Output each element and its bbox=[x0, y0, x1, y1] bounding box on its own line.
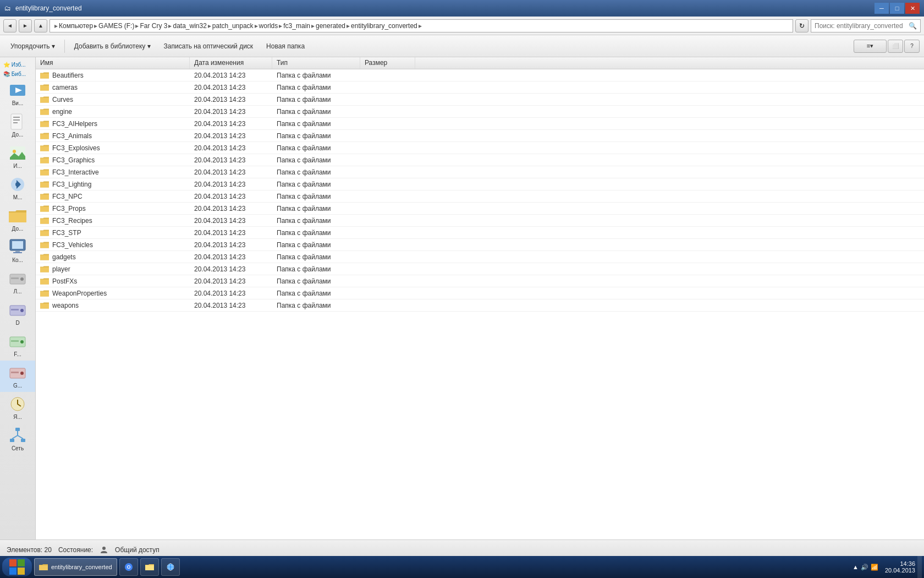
file-name: engine bbox=[52, 108, 72, 116]
path-worlds[interactable]: worlds bbox=[259, 22, 278, 30]
refresh-button[interactable]: ↻ bbox=[795, 19, 809, 32]
preview-pane-button[interactable]: ⬜ bbox=[888, 40, 903, 53]
table-row[interactable]: FC3_Interactive 20.04.2013 14:23 Папка с… bbox=[36, 166, 924, 178]
help-button[interactable]: ? bbox=[904, 40, 920, 53]
table-row[interactable]: player 20.04.2013 14:23 Папка с файлами bbox=[36, 263, 924, 275]
sidebar-item-images[interactable]: И... bbox=[0, 141, 35, 172]
table-row[interactable]: FC3_STP 20.04.2013 14:23 Папка с файлами bbox=[36, 227, 924, 239]
file-name-cell: FC3_Interactive bbox=[36, 167, 190, 177]
up-button[interactable]: ▲ bbox=[34, 19, 47, 32]
back-button[interactable]: ◄ bbox=[3, 19, 16, 32]
sidebar-label-docs: До... bbox=[12, 132, 24, 138]
taskbar-app-chrome[interactable] bbox=[119, 558, 138, 576]
sidebar-item-computer[interactable]: Ко... bbox=[0, 235, 35, 266]
path-games[interactable]: GAMES (F:) bbox=[98, 22, 134, 30]
path-datawin32[interactable]: data_win32 bbox=[173, 22, 206, 30]
table-row[interactable]: WeaponProperties 20.04.2013 14:23 Папка … bbox=[36, 287, 924, 299]
filemanager-icon bbox=[145, 563, 154, 571]
sidebar-item-folder[interactable]: До... bbox=[0, 204, 35, 235]
table-row[interactable]: FC3_Vehicles 20.04.2013 14:23 Папка с фа… bbox=[36, 239, 924, 251]
forward-button[interactable]: ► bbox=[19, 19, 32, 32]
tray-arrow[interactable]: ▲ bbox=[853, 564, 859, 570]
add-library-button[interactable]: Добавить в библиотеку ▾ bbox=[68, 38, 157, 54]
clock[interactable]: 14:36 20.04.2013 bbox=[885, 560, 915, 574]
folder-item-icon bbox=[40, 241, 49, 249]
taskbar-app-explorer[interactable]: entitylibrary_converted bbox=[34, 558, 117, 576]
svg-rect-26 bbox=[11, 372, 19, 373]
file-type-cell: Папка с файлами bbox=[272, 301, 360, 310]
show-desktop-button[interactable] bbox=[917, 556, 922, 578]
svg-rect-23 bbox=[11, 340, 19, 342]
column-header-type[interactable]: Тип bbox=[272, 57, 360, 69]
column-header-size[interactable]: Размер bbox=[360, 57, 415, 69]
file-name-cell: FC3_NPC bbox=[36, 192, 190, 201]
file-size-cell bbox=[360, 86, 415, 89]
window-icon: 🗂 bbox=[4, 4, 11, 12]
table-row[interactable]: FC3_NPC 20.04.2013 14:23 Папка с файлами bbox=[36, 190, 924, 203]
sidebar-item-d[interactable]: D bbox=[0, 298, 35, 329]
sidebar-item-g[interactable]: G... bbox=[0, 361, 35, 392]
path-arrow: ▸ bbox=[54, 22, 58, 30]
file-type-cell: Папка с файлами bbox=[272, 83, 360, 92]
svg-point-22 bbox=[20, 340, 24, 343]
table-row[interactable]: weapons 20.04.2013 14:23 Папка с файлами bbox=[36, 299, 924, 312]
path-computer[interactable]: Компьютер bbox=[59, 22, 93, 30]
docs-icon bbox=[9, 113, 26, 130]
sidebar-libraries[interactable]: 📚 Биб... bbox=[0, 69, 35, 78]
column-header-name[interactable]: Имя bbox=[36, 57, 190, 69]
folder-item-icon bbox=[40, 302, 49, 309]
table-row[interactable]: FC3_Graphics 20.04.2013 14:23 Папка с фа… bbox=[36, 154, 924, 166]
search-box[interactable]: 🔍 bbox=[811, 19, 921, 32]
path-farcry3[interactable]: Far Cry 3 bbox=[140, 22, 167, 30]
new-folder-button[interactable]: Новая папка bbox=[260, 38, 311, 54]
table-row[interactable]: FC3_Props 20.04.2013 14:23 Папка с файла… bbox=[36, 203, 924, 215]
toolbar-separator-1 bbox=[64, 40, 65, 53]
file-date-cell: 20.04.2013 14:23 bbox=[190, 288, 272, 298]
minimize-button[interactable]: ─ bbox=[875, 3, 889, 14]
sidebar-item-local[interactable]: Л... bbox=[0, 266, 35, 298]
sidebar-item-f[interactable]: F... bbox=[0, 329, 35, 361]
search-input[interactable] bbox=[815, 22, 906, 30]
organize-button[interactable]: Упорядочить ▾ bbox=[4, 38, 61, 54]
file-size-cell bbox=[360, 171, 415, 173]
taskbar-app-ie[interactable] bbox=[161, 558, 180, 576]
view-options-button[interactable]: ≡▾ bbox=[854, 40, 887, 53]
sidebar-item-music[interactable]: М... bbox=[0, 172, 35, 204]
start-button[interactable] bbox=[2, 558, 32, 576]
table-row[interactable]: engine 20.04.2013 14:23 Папка с файлами bbox=[36, 106, 924, 118]
taskbar-app-filemanager[interactable] bbox=[140, 558, 159, 576]
folder-item-icon bbox=[40, 253, 49, 261]
table-row[interactable]: PostFXs 20.04.2013 14:23 Папка с файлами bbox=[36, 275, 924, 287]
table-row[interactable]: cameras 20.04.2013 14:23 Папка с файлами bbox=[36, 81, 924, 94]
table-row[interactable]: FC3_AIHelpers 20.04.2013 14:23 Папка с ф… bbox=[36, 118, 924, 130]
path-entitylibrary[interactable]: entitylibrary_converted bbox=[351, 22, 417, 30]
table-row[interactable]: FC3_Explosives 20.04.2013 14:23 Папка с … bbox=[36, 142, 924, 154]
file-size-cell bbox=[360, 244, 415, 246]
sidebar-item-docs[interactable]: До... bbox=[0, 110, 35, 141]
column-header-date[interactable]: Дата изменения bbox=[190, 57, 272, 69]
table-row[interactable]: FC3_Recipes 20.04.2013 14:23 Папка с фай… bbox=[36, 215, 924, 227]
burn-disc-button[interactable]: Записать на оптический диск bbox=[158, 38, 260, 54]
svg-rect-36 bbox=[18, 559, 25, 566]
path-fc3main[interactable]: fc3_main bbox=[283, 22, 310, 30]
recent-icon bbox=[9, 395, 26, 413]
table-row[interactable]: Curves 20.04.2013 14:23 Папка с файлами bbox=[36, 94, 924, 106]
sidebar-item-network[interactable]: Сеть bbox=[0, 423, 35, 455]
address-path[interactable]: ▸ Компьютер ▸ GAMES (F:) ▸ Far Cry 3 ▸ d… bbox=[50, 19, 793, 32]
sidebar-item-video[interactable]: Ви... bbox=[0, 78, 35, 110]
sidebar-favorites[interactable]: ⭐ Изб... bbox=[0, 59, 35, 69]
table-row[interactable]: FC3_Animals 20.04.2013 14:23 Папка с фай… bbox=[36, 130, 924, 142]
file-size-cell bbox=[360, 195, 415, 198]
sidebar-item-recent[interactable]: Я... bbox=[0, 392, 35, 423]
file-date-cell: 20.04.2013 14:23 bbox=[190, 179, 272, 189]
ie-icon bbox=[166, 563, 175, 571]
path-patchunpack[interactable]: patch_unpack bbox=[212, 22, 254, 30]
path-generated[interactable]: generated bbox=[316, 22, 345, 30]
table-row[interactable]: gadgets 20.04.2013 14:23 Папка с файлами bbox=[36, 251, 924, 263]
table-row[interactable]: FC3_Lighting 20.04.2013 14:23 Папка с фа… bbox=[36, 178, 924, 190]
close-button[interactable]: ✕ bbox=[905, 3, 920, 14]
table-row[interactable]: Beautifiers 20.04.2013 14:23 Папка с фай… bbox=[36, 69, 924, 81]
file-size-cell bbox=[360, 220, 415, 222]
maximize-button[interactable]: □ bbox=[890, 3, 904, 14]
svg-rect-17 bbox=[11, 277, 19, 279]
